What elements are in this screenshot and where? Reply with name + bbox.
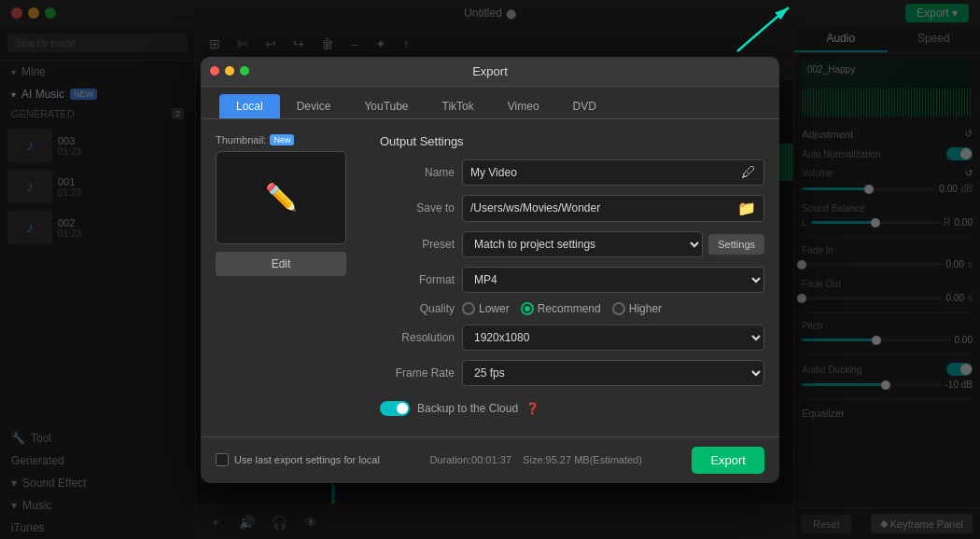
recommend-label: Recommend: [538, 302, 601, 315]
modal-overlay: Export Local Device YouTube TikTok Vimeo…: [0, 0, 980, 539]
modal-minimize-btn[interactable]: [225, 66, 234, 76]
tab-dvd[interactable]: DVD: [556, 94, 613, 118]
higher-label: Higher: [629, 302, 662, 315]
output-settings-section: Output Settings Name 🖊 Save to 📁: [380, 134, 764, 422]
preset-label: Preset: [380, 238, 455, 251]
modal-title: Export: [472, 64, 508, 78]
quality-label: Quality: [380, 302, 455, 315]
last-settings-checkbox[interactable]: [216, 453, 229, 466]
format-label: Format: [380, 273, 455, 286]
resolution-label: Resolution: [380, 331, 455, 344]
preset-row: Preset Match to project settings Setting…: [380, 231, 764, 257]
quality-lower[interactable]: Lower: [462, 302, 510, 315]
quality-higher[interactable]: Higher: [612, 302, 662, 315]
lower-label: Lower: [479, 302, 510, 315]
save-to-container: 📁: [462, 195, 764, 222]
size-text: Size:95.27 MB(Estimated): [523, 454, 642, 465]
output-title: Output Settings: [380, 134, 764, 148]
quality-recommend[interactable]: Recommend: [521, 302, 601, 315]
modal-footer: Use last export settings for local Durat…: [201, 436, 779, 483]
folder-icon[interactable]: 📁: [737, 200, 756, 217]
cloud-help-icon[interactable]: ❓: [525, 402, 539, 415]
format-select[interactable]: MP4: [462, 267, 764, 293]
modal-close-btn[interactable]: [210, 66, 219, 76]
export-modal: Export Local Device YouTube TikTok Vimeo…: [201, 57, 779, 483]
radio-lower[interactable]: [462, 302, 475, 315]
last-settings-row: Use last export settings for local: [216, 453, 380, 466]
framerate-row: Frame Rate 25 fps: [380, 360, 764, 386]
tab-local[interactable]: Local: [219, 94, 280, 118]
modal-body: Thumbnail: New ✏️ Edit Output Settings N…: [201, 119, 779, 436]
cloud-label: Backup to the Cloud: [417, 402, 518, 415]
thumbnail-new-badge: New: [270, 134, 294, 145]
duration-text: Duration:00:01:37: [429, 454, 511, 465]
cloud-backup-row: Backup to the Cloud ❓: [380, 395, 764, 422]
arrow-annotation: [728, 0, 803, 60]
tab-vimeo[interactable]: Vimeo: [491, 94, 556, 118]
modal-tabs: Local Device YouTube TikTok Vimeo DVD: [201, 87, 779, 119]
thumbnail-label: Thumbnail: New: [216, 134, 365, 145]
duration-size-info: Duration:00:01:37 Size:95.27 MB(Estimate…: [429, 454, 641, 465]
last-settings-label: Use last export settings for local: [234, 454, 380, 465]
export-modal-button[interactable]: Export: [692, 447, 764, 474]
preset-select[interactable]: Match to project settings: [462, 231, 703, 257]
thumbnail-edit-button[interactable]: Edit: [216, 252, 346, 276]
modal-titlebar: Export: [201, 57, 779, 87]
tab-device[interactable]: Device: [280, 94, 348, 118]
preset-container: Match to project settings Settings: [462, 231, 764, 257]
framerate-select[interactable]: 25 fps: [462, 360, 764, 386]
thumbnail-preview: ✏️: [216, 151, 346, 244]
modal-maximize-btn[interactable]: [240, 66, 249, 76]
name-row: Name 🖊: [380, 159, 764, 186]
save-to-row: Save to 📁: [380, 195, 764, 222]
cloud-toggle[interactable]: [380, 401, 410, 416]
name-input[interactable]: [470, 166, 737, 179]
quality-row: Quality Lower Recommend Higher: [380, 302, 764, 315]
name-edit-icon[interactable]: 🖊: [741, 164, 756, 181]
radio-recommend[interactable]: [521, 302, 534, 315]
save-to-label: Save to: [380, 201, 455, 214]
thumbnail-section: Thumbnail: New ✏️ Edit: [216, 134, 365, 422]
resolution-row: Resolution 1920x1080: [380, 325, 764, 351]
resolution-select[interactable]: 1920x1080: [462, 325, 764, 351]
quality-radio-group: Lower Recommend Higher: [462, 302, 662, 315]
format-row: Format MP4: [380, 267, 764, 293]
name-label: Name: [380, 166, 455, 179]
name-input-container: 🖊: [462, 159, 764, 186]
edit-pencil-icon: ✏️: [265, 182, 298, 213]
save-to-input[interactable]: [470, 201, 734, 214]
framerate-label: Frame Rate: [380, 366, 455, 380]
thumbnail-text: Thumbnail:: [216, 134, 266, 145]
radio-higher[interactable]: [612, 302, 625, 315]
modal-controls: [210, 66, 249, 76]
tab-youtube[interactable]: YouTube: [347, 94, 425, 118]
settings-button[interactable]: Settings: [708, 234, 764, 255]
tab-tiktok[interactable]: TikTok: [426, 94, 491, 118]
